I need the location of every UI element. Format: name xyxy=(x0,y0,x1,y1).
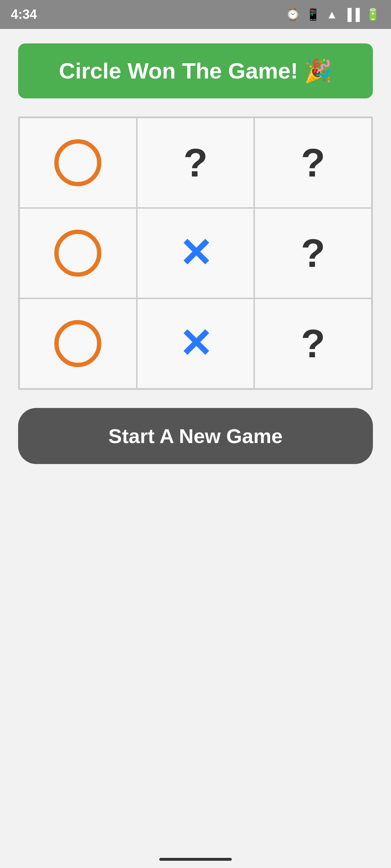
cell-1-2[interactable]: ? xyxy=(254,208,372,298)
signal-icon: ▐▐ xyxy=(344,8,360,21)
board-row-1: ? ? xyxy=(19,118,372,208)
sim-icon: 📱 xyxy=(306,8,320,21)
win-banner-text: Circle Won The Game! 🎉 xyxy=(59,58,332,83)
status-time: 4:34 xyxy=(11,7,37,22)
question-mark: ? xyxy=(301,233,325,273)
status-bar: 4:34 ⌚ 📱 ▲ ▐▐ 🔋 xyxy=(0,0,391,29)
battery-icon: 🔋 xyxy=(366,8,380,21)
board-row-2: ✕ ? xyxy=(19,208,372,298)
cell-1-0[interactable] xyxy=(19,208,137,298)
new-game-button-label: Start A New Game xyxy=(108,425,282,447)
x-mark: ✕ xyxy=(179,324,212,363)
board-row-3: ✕ ? xyxy=(19,298,372,389)
status-icons: ⌚ 📱 ▲ ▐▐ 🔋 xyxy=(286,8,380,21)
question-mark: ? xyxy=(301,143,325,183)
cell-2-2[interactable]: ? xyxy=(254,298,372,389)
circle-icon xyxy=(54,139,101,186)
wifi-icon: ▲ xyxy=(326,8,338,21)
cell-1-1[interactable]: ✕ xyxy=(137,208,255,298)
game-board: ? ? ✕ ? ✕ ? xyxy=(18,116,373,390)
cell-0-2[interactable]: ? xyxy=(254,118,372,208)
watch-icon: ⌚ xyxy=(286,8,300,21)
circle-icon xyxy=(54,320,101,367)
cell-0-1[interactable]: ? xyxy=(137,118,255,208)
cell-0-0[interactable] xyxy=(19,118,137,208)
cell-2-1[interactable]: ✕ xyxy=(137,298,255,389)
question-mark: ? xyxy=(183,143,207,183)
main-content: Circle Won The Game! 🎉 ? ? ✕ ? xyxy=(0,29,391,478)
circle-icon xyxy=(54,230,101,277)
question-mark: ? xyxy=(301,324,325,363)
new-game-button[interactable]: Start A New Game xyxy=(18,408,373,464)
win-banner: Circle Won The Game! 🎉 xyxy=(18,43,373,98)
home-indicator xyxy=(159,858,232,861)
cell-2-0[interactable] xyxy=(19,298,137,389)
x-mark: ✕ xyxy=(179,233,212,273)
